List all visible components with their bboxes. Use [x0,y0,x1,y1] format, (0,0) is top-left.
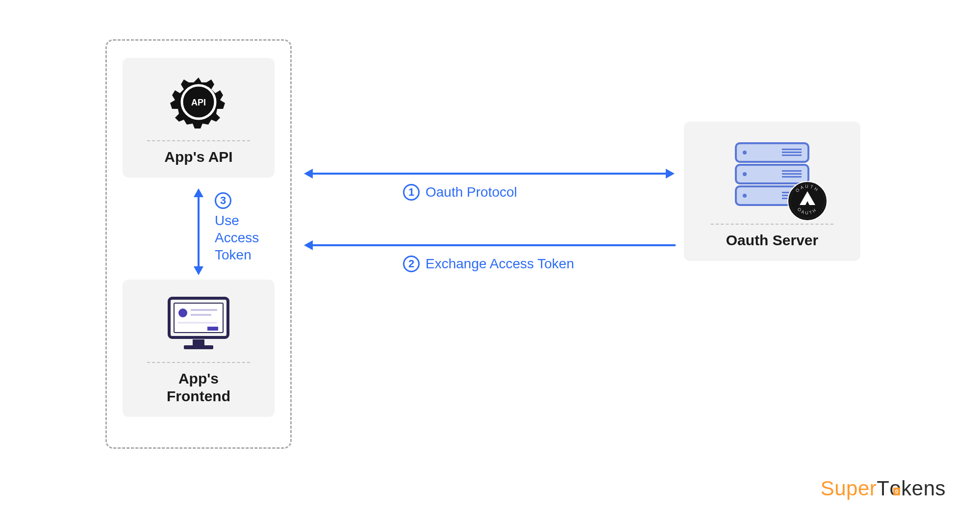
node-oauth-server: OAUTH OAUTH Oauth Server [684,122,860,261]
diagram-canvas: API App's API App's Frontend [0,0,980,515]
svg-rect-21 [782,170,802,172]
svg-rect-11 [184,345,213,349]
monitor-icon [164,294,233,353]
svg-rect-20 [782,154,802,156]
svg-rect-9 [207,327,218,331]
edge-oauth-protocol-label: 1 Oauth Protocol [403,183,517,201]
svg-point-17 [743,194,747,198]
step-text: Use Access Token [215,212,259,263]
logo-part-kens: kens [901,477,946,500]
svg-point-16 [743,172,747,176]
svg-rect-22 [782,173,802,175]
svg-point-5 [178,309,187,317]
api-gear-icon: API [169,73,228,131]
arrow-head-left-icon [304,169,313,179]
edge-use-access-token [198,196,200,267]
svg-rect-23 [782,176,802,178]
edge-oauth-protocol [313,173,666,175]
svg-text:API: API [191,98,206,107]
node-app-api-label: App's API [164,148,232,166]
oauth-badge-icon: OAUTH OAUTH [787,180,828,222]
step-number-badge: 1 [403,184,420,201]
node-app-frontend: App's Frontend [123,280,275,417]
edge-exchange-token-label: 2 Exchange Access Token [403,255,574,272]
edge-use-access-token-text: Use Access Token [215,212,259,263]
svg-rect-18 [782,149,802,150]
logo-pad-icon: 0 [893,488,900,495]
step-number-badge: 3 [215,192,231,209]
supertokens-logo: SuperTo0kens [821,477,946,500]
edge-use-access-token-label: 3 [215,192,231,209]
arrow-head-up-icon [194,188,203,197]
step-text: Exchange Access Token [426,255,574,272]
svg-rect-10 [193,339,204,345]
logo-part-super: Super [821,477,877,500]
node-app-frontend-label: App's Frontend [167,370,230,405]
arrow-head-left-icon [304,240,313,250]
svg-point-15 [743,151,747,154]
node-oauth-server-label: Oauth Server [726,232,818,249]
edge-exchange-token [313,244,676,246]
logo-part-t: T [877,477,889,500]
step-text: Oauth Protocol [426,183,517,201]
step-number-badge: 2 [403,256,420,272]
server-stack-icon: OAUTH OAUTH [728,136,816,215]
arrow-head-right-icon [666,169,675,179]
svg-rect-19 [782,152,802,153]
arrow-head-down-icon [194,266,203,275]
node-app-api: API App's API [123,58,275,178]
